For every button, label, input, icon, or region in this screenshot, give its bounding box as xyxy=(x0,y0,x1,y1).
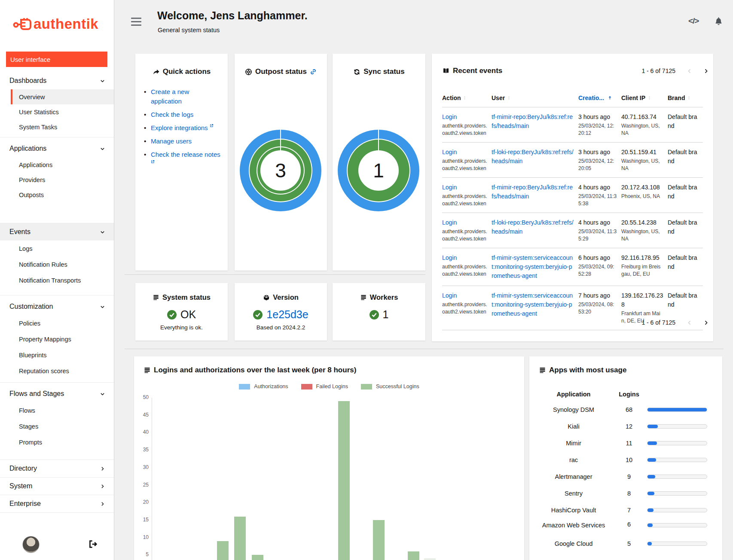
hamburger-menu-icon[interactable] xyxy=(131,18,141,27)
legend-swatch-authorizations xyxy=(239,384,250,390)
apps-usage-card: Apps with most usage Application Logins … xyxy=(529,356,722,560)
api-code-icon[interactable]: </> xyxy=(688,16,699,26)
sidebar-section-directory[interactable]: Directory xyxy=(0,460,114,477)
column-header-brand[interactable]: Brand xyxy=(668,90,703,107)
sidebar-section-applications[interactable]: Applications xyxy=(0,140,114,157)
event-action-link[interactable]: Login xyxy=(442,219,457,226)
sidebar-item-system-tasks[interactable]: System Tasks xyxy=(0,119,114,134)
sidebar-item-policies[interactable]: Policies xyxy=(0,315,114,331)
y-axis-tick: 5 xyxy=(136,551,149,557)
pagination-label: 1 - 6 of 7125 xyxy=(641,67,675,74)
column-header-client-ip[interactable]: Client IP xyxy=(621,90,668,107)
event-user-link[interactable]: tf-loki-repo:BeryJu/k8s:ref:refs/heads/m… xyxy=(492,219,574,235)
sidebar-section-enterprise[interactable]: Enterprise xyxy=(0,495,114,512)
sidebar-section-dashboards[interactable]: Dashboards xyxy=(0,72,114,89)
chevron-down-icon xyxy=(100,146,105,152)
y-axis-tick: 30 xyxy=(136,464,149,470)
link-manage-users[interactable]: Manage users xyxy=(144,137,220,146)
version-value-link[interactable]: 1e25d3e xyxy=(266,308,308,321)
external-link-icon xyxy=(151,160,155,164)
sidebar-item-blueprints[interactable]: Blueprints xyxy=(0,347,114,363)
chart-bar[interactable] xyxy=(338,401,350,560)
chart-bar[interactable] xyxy=(234,517,246,560)
event-user-link[interactable]: tf-mimir-system:serviceaccount:monitorin… xyxy=(492,254,573,279)
event-user-link[interactable]: tf-mimir-repo:BeryJu/k8s:ref:refs/heads/… xyxy=(492,113,573,129)
y-axis-tick: 50 xyxy=(136,394,149,400)
link-create-application[interactable]: Create a new application xyxy=(144,87,220,106)
sidebar-section-events[interactable]: Events xyxy=(0,223,114,240)
share-icon xyxy=(153,68,160,76)
event-user-link[interactable]: tf-loki-repo:BeryJu/k8s:ref:refs/heads/m… xyxy=(492,149,574,164)
sidebar-section-flows-and-stages[interactable]: Flows and Stages xyxy=(0,385,114,402)
avatar[interactable] xyxy=(22,536,40,553)
chart-bar[interactable] xyxy=(424,558,436,560)
event-action-link[interactable]: Login xyxy=(442,149,457,155)
sort-ascending-icon xyxy=(608,95,612,100)
pagination-label: 1 - 6 of 7125 xyxy=(641,319,675,326)
y-axis-tick: 45 xyxy=(136,412,149,418)
chevron-down-icon xyxy=(100,78,105,84)
next-page-icon[interactable] xyxy=(703,320,709,326)
previous-page-icon[interactable] xyxy=(687,320,692,326)
sidebar-section-customization[interactable]: Customization xyxy=(0,298,114,315)
chevron-right-icon xyxy=(100,466,105,472)
chart-bar[interactable] xyxy=(373,520,385,560)
sidebar-item-notification-rules[interactable]: Notification Rules xyxy=(0,256,114,272)
sidebar-item-reputation-scores[interactable]: Reputation scores xyxy=(0,363,114,379)
chevron-right-icon xyxy=(100,501,105,507)
link-release-notes[interactable]: Check the release notes xyxy=(144,150,220,169)
sidebar-item-logs[interactable]: Logs xyxy=(0,240,114,256)
app-usage-bar xyxy=(647,441,707,445)
link-check-logs[interactable]: Check the logs xyxy=(144,110,220,119)
link-icon[interactable] xyxy=(310,68,317,75)
column-header-user[interactable]: User xyxy=(492,90,578,107)
outpost-status-title: Outpost status xyxy=(255,67,307,76)
notifications-bell-icon[interactable] xyxy=(714,16,723,26)
pagination-top: 1 - 6 of 7125 xyxy=(641,67,709,74)
sidebar-item-property-mappings[interactable]: Property Mappings xyxy=(0,331,114,347)
quick-actions-card: Quick actions Create a new application C… xyxy=(135,54,228,271)
apps-usage-table: Application Logins Synology DSM68 Kiali1… xyxy=(535,387,715,552)
chart-bar[interactable] xyxy=(217,541,229,560)
sidebar-item-flows[interactable]: Flows xyxy=(0,402,114,418)
sidebar-item-outposts[interactable]: Outposts xyxy=(0,187,114,202)
divider xyxy=(0,512,114,513)
event-user-link[interactable]: tf-mimir-repo:BeryJu/k8s:ref:refs/heads/… xyxy=(492,184,573,200)
app-usage-row: Amazon Web Services6 xyxy=(535,518,715,535)
page-title: Welcome, Jens Langhammer. xyxy=(157,9,308,22)
sidebar-item-providers[interactable]: Providers xyxy=(0,172,114,187)
sidebar-item-stages[interactable]: Stages xyxy=(0,418,114,434)
column-header-creation[interactable]: Creatio... xyxy=(578,90,621,107)
event-action-link[interactable]: Login xyxy=(442,254,457,261)
sidebar-section-system[interactable]: System xyxy=(0,478,114,495)
event-user-link[interactable]: tf-mimir-system:serviceaccount:monitorin… xyxy=(492,292,573,317)
sign-out-icon[interactable] xyxy=(88,539,98,549)
chart-bar[interactable] xyxy=(252,555,263,560)
next-page-icon[interactable] xyxy=(703,68,709,74)
column-header-action[interactable]: Action xyxy=(442,90,492,107)
event-action-link[interactable]: Login xyxy=(442,184,457,191)
event-row: Loginauthentik.providers.oauth2.views.to… xyxy=(442,143,703,178)
user-interface-button[interactable]: User interface xyxy=(6,52,107,67)
recent-events-table: Action User Creatio... Client IP Brand L… xyxy=(442,90,703,330)
sidebar-item-overview[interactable]: Overview xyxy=(11,89,114,104)
app-usage-bar xyxy=(647,542,707,546)
event-action-link[interactable]: Login xyxy=(442,113,457,120)
sidebar-item-prompts[interactable]: Prompts xyxy=(0,434,114,450)
logins-chart-card: Logins and authorizations over the last … xyxy=(134,356,524,560)
sort-icon xyxy=(647,95,652,100)
link-explore-integrations[interactable]: Explore integrations xyxy=(144,123,220,133)
sidebar-item-applications[interactable]: Applications xyxy=(0,157,114,172)
app-usage-row: rac10 xyxy=(535,451,715,468)
chart-bar[interactable] xyxy=(408,551,419,560)
previous-page-icon[interactable] xyxy=(687,68,692,74)
sidebar-item-notification-transports[interactable]: Notification Transports xyxy=(0,272,114,288)
sidebar-item-user-statistics[interactable]: User Statistics xyxy=(0,104,114,119)
event-action-link[interactable]: Login xyxy=(442,292,457,299)
external-link-icon xyxy=(210,124,214,128)
outpost-wheel-icon xyxy=(245,68,252,76)
app-usage-row: Alertmanager9 xyxy=(535,468,715,485)
divider xyxy=(0,382,114,383)
y-axis-tick: 40 xyxy=(136,429,149,435)
recent-events-card: Recent events 1 - 6 of 7125 Action User … xyxy=(432,54,713,341)
